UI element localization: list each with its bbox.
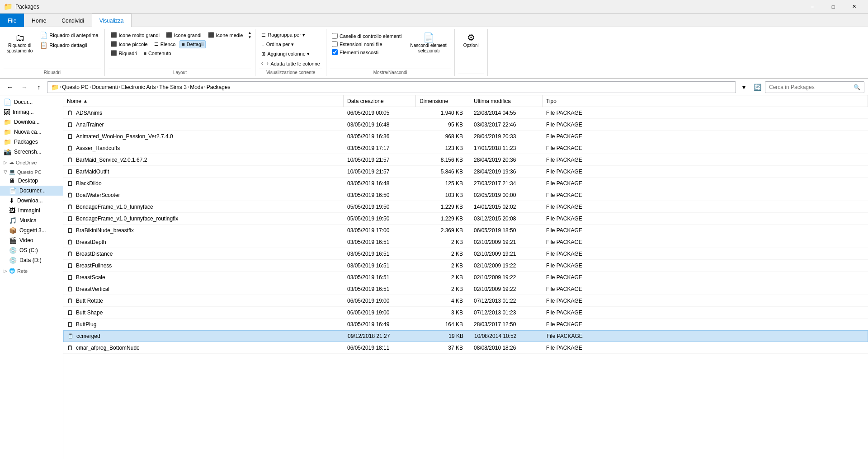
icone-grandi-button[interactable]: ⬛ Icone grandi <box>164 31 204 39</box>
nascondi-selezionati-button[interactable]: 📄 Nascondi elementiselezionati <box>407 31 450 56</box>
tab-condividi[interactable]: Condividi <box>54 14 91 27</box>
forward-button[interactable]: → <box>18 81 31 94</box>
search-icon[interactable]: 🔍 <box>854 84 860 90</box>
layout-scroll-up[interactable]: ▲ <box>248 31 251 35</box>
dropdown-button[interactable]: ▾ <box>738 81 750 93</box>
sidebar-item-screenshots[interactable]: 📸 Screensh... <box>0 147 63 157</box>
table-row[interactable]: 🗒 Animated_WooHoo_Passion_Ver2.7.4.0 03/… <box>63 131 868 142</box>
table-row[interactable]: 🗒 ButtPlug 03/05/2019 16:49 164 KB 28/03… <box>63 318 868 330</box>
address-path[interactable]: 📁 › Questo PC › Documenti › Electronic A… <box>47 81 736 93</box>
col-header-type[interactable]: Tipo <box>542 95 868 107</box>
adatta-colonne-button[interactable]: ⟺ Adatta tutte le colonne <box>259 59 322 68</box>
col-header-name[interactable]: Nome ▲ <box>63 95 344 107</box>
table-row[interactable]: 🗒 BreastScale 03/05/2019 16:51 2 KB 02/1… <box>63 272 868 283</box>
sidebar-item-oggetti3d[interactable]: 📦 Oggetti 3... <box>0 225 63 235</box>
sidebar-item-datad[interactable]: 💿 Data (D:) <box>0 255 63 265</box>
file-created: 06/05/2019 19:00 <box>344 309 416 316</box>
contenuto-button[interactable]: ≡ Contenuto <box>141 49 173 57</box>
table-row[interactable]: 🗒 BondageFrame_v1.0_funnyface_routingfix… <box>63 213 868 225</box>
path-mods[interactable]: Mods <box>190 84 203 90</box>
tab-file[interactable]: File <box>0 14 24 27</box>
table-row[interactable]: 🗒 Butt Rotate 06/05/2019 19:00 4 KB 07/1… <box>63 295 868 307</box>
icone-medie-button[interactable]: ⬛ Icone medie <box>206 31 245 39</box>
table-row[interactable]: 🗒 BreastVertical 03/05/2019 16:51 2 KB 0… <box>63 283 868 295</box>
col-header-date[interactable]: Data creazione <box>344 95 416 107</box>
sidebar-item-video[interactable]: 🎬 Video <box>0 235 63 245</box>
sidebar-item-packages[interactable]: 📁 Packages <box>0 137 63 147</box>
col-header-size[interactable]: Dimensione <box>416 95 470 107</box>
table-row[interactable]: 🗒 cmar_afpreg_BottomNude 06/05/2019 18:1… <box>63 342 868 354</box>
table-row[interactable]: 🗒 AnalTrainer 03/05/2019 16:48 95 KB 03/… <box>63 119 868 131</box>
table-row[interactable]: 🗒 BoatWaterScooter 03/05/2019 16:50 103 … <box>63 189 868 201</box>
table-row[interactable]: 🗒 BarMaidOutfit 10/05/2019 21:57 5.846 K… <box>63 166 868 178</box>
sidebar-item-documenti[interactable]: 📄 Docur... <box>0 97 63 107</box>
sidebar-item-immagini2[interactable]: 🖼 Immagini <box>0 206 63 215</box>
minimize-button[interactable]: − <box>802 0 823 14</box>
path-packages[interactable]: Packages <box>207 84 231 90</box>
estensioni-checkbox-label[interactable]: Estensioni nomi file <box>330 41 404 47</box>
caselle-checkbox-label[interactable]: Caselle di controllo elementi <box>330 33 404 39</box>
ribbon-content: 🗂 Riquadro dispostamento 📄 Riquadro di a… <box>0 27 868 79</box>
sidebar-item-documenti2[interactable]: 📄 Documer... <box>0 186 63 196</box>
sidebar-item-desktop[interactable]: 🖥 Desktop <box>0 176 63 186</box>
sidebar-item-immagini[interactable]: 🖼 Immag... <box>0 107 63 117</box>
nascosti-checkbox[interactable] <box>332 49 338 55</box>
sidebar-section-questo-pc[interactable]: ▽ 💻 Questo PC <box>0 166 63 176</box>
raggruppa-per-button[interactable]: ☰ Raggruppa per ▾ <box>259 31 307 39</box>
path-documenti[interactable]: Documenti <box>92 84 118 90</box>
tab-home[interactable]: Home <box>24 14 54 27</box>
tab-visualizza[interactable]: Visualizza <box>92 14 132 27</box>
path-sims3[interactable]: The Sims 3 <box>159 84 187 90</box>
sidebar-section-onedrive[interactable]: ▷ ☁ OneDrive <box>0 157 63 166</box>
col-header-modified[interactable]: Ultima modifica <box>470 95 542 107</box>
close-button[interactable]: ✕ <box>844 0 864 14</box>
aggiungi-colonne-button[interactable]: ⊞ Aggiungi colonne ▾ <box>259 50 311 58</box>
sidebar-item-musica[interactable]: 🎵 Musica <box>0 215 63 225</box>
search-box[interactable]: 🔍 <box>765 81 864 93</box>
path-questo-pc[interactable]: Questo PC <box>62 84 89 90</box>
table-row[interactable]: 🗒 Butt Shape 06/05/2019 19:00 3 KB 07/12… <box>63 307 868 318</box>
table-row[interactable]: 🗒 ccmerged 09/12/2018 21:27 19 KB 10/08/… <box>63 330 868 342</box>
back-button[interactable]: ← <box>4 81 16 94</box>
refresh-button[interactable]: 🔄 <box>751 81 763 93</box>
screenshots-icon: 📸 <box>4 148 11 155</box>
table-row[interactable]: 🗒 BondageFrame_v1.0_funnyface 05/05/2019… <box>63 201 868 213</box>
maximize-button[interactable]: □ <box>823 0 844 14</box>
caselle-checkbox[interactable] <box>332 33 338 39</box>
riquadro-dettagli-button[interactable]: 📋 Riquadro dettagli <box>38 41 100 50</box>
file-icon: 🗒 <box>67 262 73 269</box>
file-icon: 🗒 <box>67 227 73 234</box>
icone-piccole-button[interactable]: ⬛ Icone piccole <box>108 40 150 48</box>
table-row[interactable]: 🗒 BarMaid_Service_v2.0.1.67.2 10/05/2019… <box>63 154 868 166</box>
search-input[interactable] <box>769 84 852 90</box>
up-button[interactable]: ↑ <box>33 81 45 94</box>
sidebar-item-downloads[interactable]: 📁 Downloa... <box>0 117 63 127</box>
layout-scroll-down[interactable]: ▼ <box>248 35 251 39</box>
file-name-cell: 🗒 BreastVertical <box>63 286 344 293</box>
table-row[interactable]: 🗒 BlackDildo 03/05/2019 16:48 125 KB 27/… <box>63 178 868 189</box>
ordina-per-button[interactable]: ≡ Ordina per ▾ <box>259 40 296 49</box>
path-electronic-arts[interactable]: Electronic Arts <box>121 84 156 90</box>
riquadro-spostamento-button[interactable]: 🗂 Riquadro dispostamento <box>4 31 36 56</box>
riquadri-view-button[interactable]: ⬛ Riquadri <box>108 49 140 57</box>
table-row[interactable]: 🗒 BreastFullness 03/05/2019 16:51 2 KB 0… <box>63 260 868 272</box>
dettagli-button[interactable]: ≡ Dettagli <box>179 40 206 48</box>
table-row[interactable]: 🗒 ADSAnims 06/05/2019 00:05 1.940 KB 22/… <box>63 107 868 119</box>
sidebar-item-osc[interactable]: 💿 OS (C:) <box>0 245 63 255</box>
riquadro-anteprima-button[interactable]: 📄 Riquadro di anteprima <box>38 31 100 40</box>
sidebar-item-nuova-cartella[interactable]: 📁 Nuova ca... <box>0 127 63 137</box>
table-row[interactable]: 🗒 BraBikiniNude_breastfix 03/05/2019 17:… <box>63 225 868 236</box>
nascosti-checkbox-label[interactable]: Elementi nascosti <box>330 49 404 56</box>
table-row[interactable]: 🗒 Assser_Handcuffs 03/05/2019 17:17 123 … <box>63 142 868 154</box>
sidebar-item-downloads2[interactable]: ⬇ Downloa... <box>0 196 63 206</box>
elenco-button[interactable]: ☰ Elenco <box>152 40 178 48</box>
icone-molto-grandi-button[interactable]: ⬛ Icone molto grandi <box>108 31 162 39</box>
sidebar-section-rete[interactable]: ▷ 🌐 Rete <box>0 265 63 275</box>
table-row[interactable]: 🗒 BreastDepth 03/05/2019 16:51 2 KB 02/1… <box>63 236 868 248</box>
file-created: 10/05/2019 21:57 <box>344 157 416 163</box>
opzioni-button[interactable]: ⚙ Opzioni <box>458 31 484 50</box>
sidebar-video-label: Video <box>19 237 33 244</box>
nascondi-label: Nascondi elementiselezionati <box>410 43 447 54</box>
table-row[interactable]: 🗒 BreastDistance 03/05/2019 16:51 2 KB 0… <box>63 248 868 260</box>
estensioni-checkbox[interactable] <box>332 41 338 47</box>
